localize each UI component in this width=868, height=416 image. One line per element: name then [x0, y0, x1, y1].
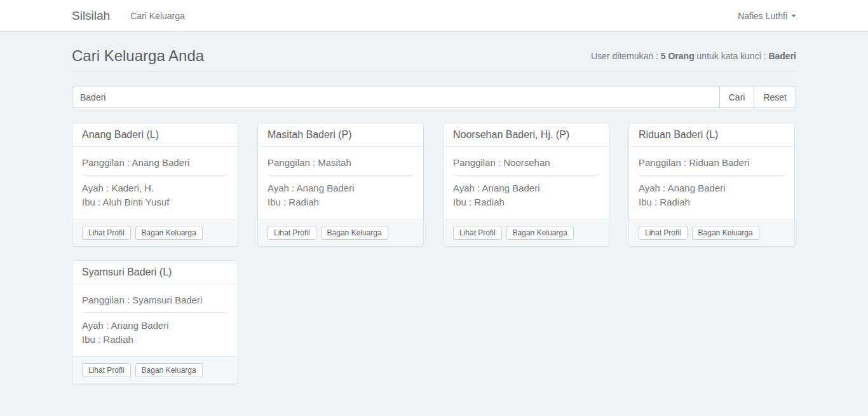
result-summary-prefix: User ditemukan :: [591, 51, 661, 61]
person-name: Anang Baderi (L): [72, 123, 238, 147]
divider: [82, 175, 228, 176]
family-chart-button[interactable]: Bagan Keluarga: [135, 226, 203, 240]
person-mother: Ibu : Radiah: [82, 333, 228, 347]
search-input[interactable]: [72, 86, 720, 108]
search-group: Cari Reset: [72, 86, 796, 108]
person-nickname: Panggilan : Noorsehan: [453, 156, 599, 169]
brand-link[interactable]: Silsilah: [72, 9, 110, 23]
family-chart-button[interactable]: Bagan Keluarga: [692, 226, 759, 240]
person-name: Noorsehan Baderi, Hj. (P): [444, 123, 609, 147]
family-chart-button[interactable]: Bagan Keluarga: [321, 226, 388, 240]
person-card: Syamsuri Baderi (L) Panggilan : Syamsuri…: [72, 260, 238, 384]
view-profile-button[interactable]: Lihat Profil: [268, 226, 316, 240]
person-father: Ayah : Anang Baderi: [639, 181, 785, 195]
divider: [639, 175, 785, 176]
card-footer: Lihat Profil Bagan Keluarga: [72, 219, 238, 246]
person-father: Ayah : Anang Baderi: [82, 319, 228, 333]
person-father: Ayah : Anang Baderi: [268, 181, 414, 195]
result-count: 5 Orang: [661, 51, 695, 61]
person-card: Anang Baderi (L) Panggilan : Anang Bader…: [72, 123, 238, 247]
person-name: Riduan Baderi (L): [629, 123, 794, 147]
person-father: Ayah : Anang Baderi: [453, 181, 599, 195]
person-mother: Ibu : Radiah: [639, 195, 785, 209]
person-nickname: Panggilan : Anang Baderi: [82, 156, 228, 169]
person-mother: Ibu : Aluh Binti Yusuf: [82, 195, 228, 209]
family-chart-button[interactable]: Bagan Keluarga: [506, 226, 574, 240]
card-footer: Lihat Profil Bagan Keluarga: [444, 219, 609, 246]
page-title: Cari Keluarga Anda: [72, 47, 204, 65]
family-chart-button[interactable]: Bagan Keluarga: [135, 363, 203, 377]
result-keyword: Baderi: [768, 51, 796, 61]
result-summary: User ditemukan : 5 Orang untuk kata kunc…: [591, 51, 796, 65]
divider: [453, 175, 599, 176]
person-details: Panggilan : Riduan Baderi Ayah : Anang B…: [629, 147, 794, 219]
divider: [82, 312, 228, 313]
nav-item-cari-keluarga[interactable]: Cari Keluarga: [130, 11, 185, 21]
person-name: Masitah Baderi (P): [258, 123, 423, 147]
view-profile-button[interactable]: Lihat Profil: [453, 226, 502, 240]
card-footer: Lihat Profil Bagan Keluarga: [629, 219, 794, 246]
search-submit-button[interactable]: Cari: [719, 86, 755, 108]
person-card: Noorsehan Baderi, Hj. (P) Panggilan : No…: [443, 123, 609, 247]
person-nickname: Panggilan : Syamsuri Baderi: [82, 293, 228, 307]
person-nickname: Panggilan : Masitah: [268, 156, 414, 169]
person-mother: Ibu : Radiah: [268, 195, 414, 209]
user-dropdown[interactable]: Nafies Luthfi: [738, 11, 796, 21]
view-profile-button[interactable]: Lihat Profil: [82, 226, 131, 240]
divider: [268, 175, 414, 176]
search-reset-button[interactable]: Reset: [754, 86, 796, 108]
person-nickname: Panggilan : Riduan Baderi: [639, 156, 785, 169]
person-mother: Ibu : Radiah: [453, 195, 599, 209]
person-name: Syamsuri Baderi (L): [72, 261, 238, 284]
card-footer: Lihat Profil Bagan Keluarga: [72, 356, 238, 384]
view-profile-button[interactable]: Lihat Profil: [82, 363, 131, 377]
user-dropdown-label: Nafies Luthfi: [738, 11, 787, 21]
result-summary-middle: untuk kata kunci :: [695, 51, 769, 61]
navbar: Silsilah Cari Keluarga Nafies Luthfi: [0, 0, 868, 32]
search-results-grid: Anang Baderi (L) Panggilan : Anang Bader…: [72, 123, 796, 416]
caret-down-icon: [791, 15, 796, 17]
person-card: Masitah Baderi (P) Panggilan : Masitah A…: [257, 123, 424, 247]
person-card: Riduan Baderi (L) Panggilan : Riduan Bad…: [628, 123, 795, 247]
person-details: Panggilan : Anang Baderi Ayah : Kaderi, …: [72, 147, 238, 219]
person-father: Ayah : Kaderi, H.: [82, 181, 228, 195]
person-details: Panggilan : Masitah Ayah : Anang Baderi …: [258, 147, 423, 219]
person-details: Panggilan : Syamsuri Baderi Ayah : Anang…: [72, 284, 238, 356]
person-details: Panggilan : Noorsehan Ayah : Anang Bader…: [444, 147, 609, 219]
view-profile-button[interactable]: Lihat Profil: [639, 226, 688, 240]
card-footer: Lihat Profil Bagan Keluarga: [258, 219, 423, 246]
page-header: Cari Keluarga Anda User ditemukan : 5 Or…: [72, 47, 796, 72]
